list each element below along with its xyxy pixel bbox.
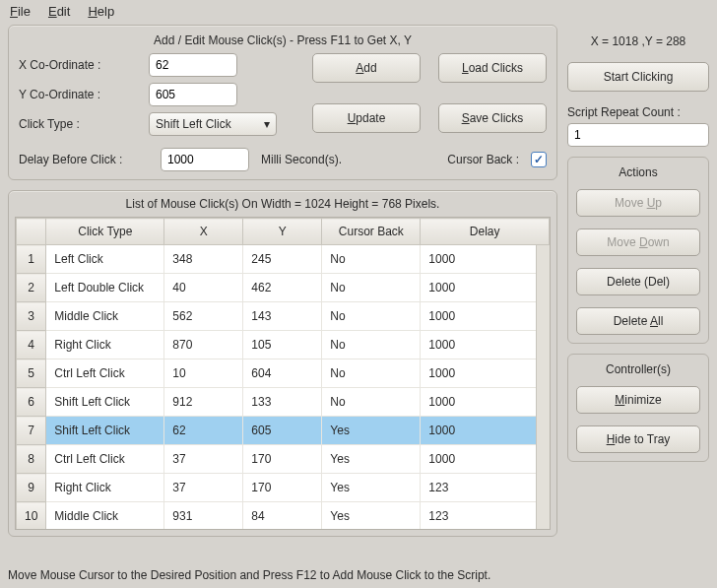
- cell-delay: 1000: [421, 359, 550, 388]
- cell-type: Shift Left Click: [46, 388, 164, 417]
- click-type-label: Click Type :: [19, 117, 149, 131]
- cell-y: 133: [243, 388, 322, 417]
- table-row[interactable]: 1 Left Click 348 245 No 1000: [17, 245, 550, 274]
- delay-unit: Milli Second(s).: [261, 153, 342, 166]
- table-row[interactable]: 7 Shift Left Click 62 605 Yes 1000: [17, 417, 550, 445]
- cell-delay: 1000: [421, 274, 550, 302]
- scrollbar-vertical[interactable]: [536, 245, 550, 529]
- load-clicks-button[interactable]: Load Clicks: [438, 53, 547, 83]
- add-button[interactable]: Add: [312, 53, 421, 83]
- cell-type: Right Click: [46, 331, 164, 359]
- menu-help[interactable]: Help: [88, 4, 114, 19]
- row-num: 7: [17, 417, 46, 445]
- cell-x: 37: [164, 445, 243, 474]
- row-num: 5: [17, 359, 46, 388]
- live-coords: X = 1018 ,Y = 288: [567, 34, 709, 48]
- cell-y: 170: [243, 474, 322, 502]
- list-title: List of Mouse Click(s) On Width = 1024 H…: [15, 197, 551, 211]
- cell-y: 143: [243, 302, 322, 331]
- cell-y: 604: [243, 359, 322, 388]
- table-row[interactable]: 10 Middle Click 931 84 Yes 123: [17, 502, 550, 531]
- form-title: Add / Edit Mouse Click(s) - Press F11 to…: [19, 33, 547, 47]
- row-num: 10: [17, 502, 46, 531]
- row-num: 6: [17, 388, 46, 417]
- y-input[interactable]: [149, 83, 237, 106]
- cell-y: 170: [243, 445, 322, 474]
- save-clicks-button[interactable]: Save Clicks: [438, 103, 547, 133]
- delete-all-button[interactable]: Delete All: [576, 307, 700, 335]
- cell-y: 605: [243, 417, 322, 445]
- cell-x: 10: [164, 359, 243, 388]
- cursor-back-label: Cursor Back :: [447, 153, 519, 166]
- start-clicking-button[interactable]: Start Clicking: [567, 62, 709, 92]
- list-panel: List of Mouse Click(s) On Width = 1024 H…: [8, 190, 557, 537]
- cell-x: 562: [164, 302, 243, 331]
- cell-x: 912: [164, 388, 243, 417]
- row-num: 4: [17, 331, 46, 359]
- x-label: X Co-Ordinate :: [19, 58, 149, 72]
- row-num: 3: [17, 302, 46, 331]
- cell-type: Shift Left Click: [46, 417, 164, 445]
- table-row[interactable]: 3 Middle Click 562 143 No 1000: [17, 302, 550, 331]
- table-row[interactable]: 9 Right Click 37 170 Yes 123: [17, 474, 550, 502]
- cell-delay: 123: [421, 502, 550, 531]
- menu-file[interactable]: File: [10, 4, 31, 19]
- row-num: 9: [17, 474, 46, 502]
- col-click-type[interactable]: Click Type: [46, 219, 164, 245]
- cell-delay: 1000: [421, 245, 550, 274]
- move-down-button[interactable]: Move Down: [576, 229, 700, 256]
- cell-cb: No: [322, 302, 421, 331]
- col-cursor-back[interactable]: Cursor Back: [322, 219, 421, 245]
- table-row[interactable]: 4 Right Click 870 105 No 1000: [17, 331, 550, 359]
- form-panel: Add / Edit Mouse Click(s) - Press F11 to…: [8, 25, 557, 180]
- cell-cb: Yes: [322, 445, 421, 474]
- actions-group: Actions Move Up Move Down Delete (Del) D…: [567, 157, 709, 344]
- delay-input[interactable]: [161, 148, 249, 171]
- cell-delay: 123: [421, 474, 550, 502]
- menubar: File Edit Help: [0, 0, 717, 21]
- click-type-select[interactable]: Shift Left Click ▾: [149, 112, 277, 136]
- chevron-down-icon: ▾: [264, 117, 270, 131]
- cell-y: 84: [243, 502, 322, 531]
- cell-delay: 1000: [421, 302, 550, 331]
- row-num: 8: [17, 445, 46, 474]
- minimize-button[interactable]: Minimize: [576, 386, 700, 414]
- cell-y: 245: [243, 245, 322, 274]
- cell-cb: Yes: [322, 474, 421, 502]
- cell-delay: 1000: [421, 417, 550, 445]
- table-row[interactable]: 6 Shift Left Click 912 133 No 1000: [17, 388, 550, 417]
- table-row[interactable]: 2 Left Double Click 40 462 No 1000: [17, 274, 550, 302]
- cell-x: 37: [164, 474, 243, 502]
- cell-y: 462: [243, 274, 322, 302]
- hide-to-tray-button[interactable]: Hide to Tray: [576, 425, 700, 453]
- col-y[interactable]: Y: [243, 219, 322, 245]
- col-rownum[interactable]: [17, 219, 46, 245]
- cell-y: 105: [243, 331, 322, 359]
- update-button[interactable]: Update: [312, 103, 421, 133]
- delete-button[interactable]: Delete (Del): [576, 268, 700, 295]
- cell-x: 348: [164, 245, 243, 274]
- cell-cb: No: [322, 245, 421, 274]
- move-up-button[interactable]: Move Up: [576, 189, 700, 217]
- clicks-table[interactable]: Click Type X Y Cursor Back Delay 1 Left …: [15, 217, 551, 530]
- repeat-label: Script Repeat Count :: [567, 105, 709, 119]
- controllers-title: Controller(s): [576, 362, 700, 376]
- x-input[interactable]: [149, 53, 237, 77]
- actions-title: Actions: [576, 165, 700, 179]
- cell-delay: 1000: [421, 445, 550, 474]
- col-x[interactable]: X: [164, 219, 243, 245]
- cell-x: 931: [164, 502, 243, 531]
- cell-type: Left Click: [46, 245, 164, 274]
- table-row[interactable]: 5 Ctrl Left Click 10 604 No 1000: [17, 359, 550, 388]
- table-row[interactable]: 8 Ctrl Left Click 37 170 Yes 1000: [17, 445, 550, 474]
- cell-delay: 1000: [421, 331, 550, 359]
- menu-edit[interactable]: Edit: [48, 4, 70, 19]
- cursor-back-checkbox[interactable]: ✓: [531, 152, 547, 167]
- col-delay[interactable]: Delay: [421, 219, 550, 245]
- cell-x: 62: [164, 417, 243, 445]
- repeat-input[interactable]: [567, 123, 709, 147]
- controllers-group: Controller(s) Minimize Hide to Tray: [567, 354, 709, 462]
- cell-cb: Yes: [322, 502, 421, 531]
- cell-type: Middle Click: [46, 502, 164, 531]
- cell-type: Ctrl Left Click: [46, 359, 164, 388]
